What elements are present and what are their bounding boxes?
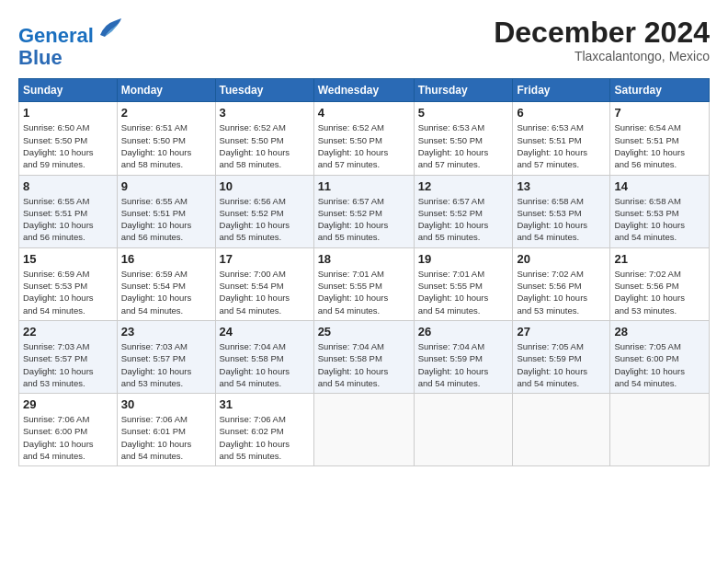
table-row: 22Sunrise: 7:03 AM Sunset: 5:57 PM Dayli… bbox=[19, 320, 118, 393]
main-title: December 2024 bbox=[494, 17, 710, 49]
day-info: Sunrise: 6:50 AM Sunset: 5:50 PM Dayligh… bbox=[23, 121, 113, 170]
day-info: Sunrise: 7:04 AM Sunset: 5:59 PM Dayligh… bbox=[418, 340, 509, 389]
day-number: 12 bbox=[418, 179, 509, 193]
day-info: Sunrise: 6:59 AM Sunset: 5:54 PM Dayligh… bbox=[121, 268, 211, 316]
table-row bbox=[414, 394, 513, 466]
day-info: Sunrise: 6:58 AM Sunset: 5:53 PM Dayligh… bbox=[614, 195, 705, 244]
day-info: Sunrise: 6:52 AM Sunset: 5:50 PM Dayligh… bbox=[318, 121, 410, 170]
header-sunday: Sunday bbox=[19, 79, 118, 102]
table-row: 14Sunrise: 6:58 AM Sunset: 5:53 PM Dayli… bbox=[610, 175, 710, 247]
table-row: 19Sunrise: 7:01 AM Sunset: 5:55 PM Dayli… bbox=[414, 247, 513, 320]
page: General Blue December 2024 Tlaxcalantong… bbox=[0, 0, 728, 476]
day-number: 21 bbox=[614, 252, 705, 266]
day-info: Sunrise: 6:52 AM Sunset: 5:50 PM Dayligh… bbox=[220, 121, 310, 170]
table-row: 16Sunrise: 6:59 AM Sunset: 5:54 PM Dayli… bbox=[117, 247, 215, 320]
day-number: 25 bbox=[318, 325, 410, 339]
day-number: 26 bbox=[418, 325, 509, 339]
table-row: 20Sunrise: 7:02 AM Sunset: 5:56 PM Dayli… bbox=[513, 247, 610, 320]
table-row: 24Sunrise: 7:04 AM Sunset: 5:58 PM Dayli… bbox=[215, 320, 313, 393]
day-info: Sunrise: 7:02 AM Sunset: 5:56 PM Dayligh… bbox=[614, 268, 705, 316]
day-info: Sunrise: 7:00 AM Sunset: 5:54 PM Dayligh… bbox=[220, 268, 310, 316]
table-row: 13Sunrise: 6:58 AM Sunset: 5:53 PM Dayli… bbox=[513, 175, 610, 247]
table-row: 30Sunrise: 7:06 AM Sunset: 6:01 PM Dayli… bbox=[117, 394, 215, 466]
day-number: 3 bbox=[220, 106, 310, 120]
day-number: 11 bbox=[318, 179, 410, 193]
header: General Blue December 2024 Tlaxcalantong… bbox=[18, 17, 710, 69]
table-row: 11Sunrise: 6:57 AM Sunset: 5:52 PM Dayli… bbox=[313, 175, 414, 247]
day-number: 23 bbox=[121, 325, 211, 339]
day-info: Sunrise: 6:53 AM Sunset: 5:51 PM Dayligh… bbox=[517, 121, 606, 170]
title-area: December 2024 Tlaxcalantongo, Mexico bbox=[494, 17, 710, 63]
day-number: 24 bbox=[220, 325, 310, 339]
day-info: Sunrise: 6:54 AM Sunset: 5:51 PM Dayligh… bbox=[614, 121, 705, 170]
day-number: 6 bbox=[517, 106, 606, 120]
day-info: Sunrise: 7:04 AM Sunset: 5:58 PM Dayligh… bbox=[220, 340, 310, 389]
header-wednesday: Wednesday bbox=[313, 79, 414, 102]
table-row: 21Sunrise: 7:02 AM Sunset: 5:56 PM Dayli… bbox=[610, 247, 710, 320]
day-number: 20 bbox=[517, 252, 606, 266]
table-row bbox=[513, 394, 610, 466]
calendar-header-row: Sunday Monday Tuesday Wednesday Thursday… bbox=[19, 79, 710, 102]
table-row: 10Sunrise: 6:56 AM Sunset: 5:52 PM Dayli… bbox=[215, 175, 313, 247]
table-row: 7Sunrise: 6:54 AM Sunset: 5:51 PM Daylig… bbox=[610, 102, 710, 175]
table-row: 8Sunrise: 6:55 AM Sunset: 5:51 PM Daylig… bbox=[19, 175, 118, 247]
day-number: 7 bbox=[614, 106, 705, 120]
header-monday: Monday bbox=[117, 79, 215, 102]
day-number: 13 bbox=[517, 179, 606, 193]
table-row: 23Sunrise: 7:03 AM Sunset: 5:57 PM Dayli… bbox=[117, 320, 215, 393]
table-row: 12Sunrise: 6:57 AM Sunset: 5:52 PM Dayli… bbox=[414, 175, 513, 247]
table-row: 9Sunrise: 6:55 AM Sunset: 5:51 PM Daylig… bbox=[117, 175, 215, 247]
calendar-table: Sunday Monday Tuesday Wednesday Thursday… bbox=[18, 78, 710, 466]
day-number: 9 bbox=[121, 179, 211, 193]
table-row: 29Sunrise: 7:06 AM Sunset: 6:00 PM Dayli… bbox=[19, 394, 118, 466]
table-row: 1Sunrise: 6:50 AM Sunset: 5:50 PM Daylig… bbox=[19, 102, 118, 175]
day-number: 8 bbox=[23, 179, 113, 193]
calendar-week-row: 15Sunrise: 6:59 AM Sunset: 5:53 PM Dayli… bbox=[19, 247, 710, 320]
day-info: Sunrise: 7:03 AM Sunset: 5:57 PM Dayligh… bbox=[121, 340, 211, 389]
table-row: 4Sunrise: 6:52 AM Sunset: 5:50 PM Daylig… bbox=[313, 102, 414, 175]
header-friday: Friday bbox=[513, 79, 610, 102]
day-number: 27 bbox=[517, 325, 606, 339]
day-number: 15 bbox=[23, 252, 113, 266]
table-row: 17Sunrise: 7:00 AM Sunset: 5:54 PM Dayli… bbox=[215, 247, 313, 320]
day-number: 29 bbox=[23, 397, 113, 411]
day-number: 22 bbox=[23, 325, 113, 339]
calendar-week-row: 8Sunrise: 6:55 AM Sunset: 5:51 PM Daylig… bbox=[19, 175, 710, 247]
day-info: Sunrise: 7:01 AM Sunset: 5:55 PM Dayligh… bbox=[318, 268, 410, 316]
day-info: Sunrise: 7:06 AM Sunset: 6:02 PM Dayligh… bbox=[220, 413, 310, 462]
day-info: Sunrise: 6:55 AM Sunset: 5:51 PM Dayligh… bbox=[121, 195, 211, 244]
table-row: 28Sunrise: 7:05 AM Sunset: 6:00 PM Dayli… bbox=[610, 320, 710, 393]
day-number: 28 bbox=[614, 325, 705, 339]
day-number: 30 bbox=[121, 397, 211, 411]
day-number: 19 bbox=[418, 252, 509, 266]
calendar-week-row: 29Sunrise: 7:06 AM Sunset: 6:00 PM Dayli… bbox=[19, 394, 710, 466]
day-number: 18 bbox=[318, 252, 410, 266]
table-row: 2Sunrise: 6:51 AM Sunset: 5:50 PM Daylig… bbox=[117, 102, 215, 175]
header-tuesday: Tuesday bbox=[215, 79, 313, 102]
day-info: Sunrise: 6:56 AM Sunset: 5:52 PM Dayligh… bbox=[220, 195, 310, 244]
logo-bird-icon bbox=[96, 17, 123, 42]
day-info: Sunrise: 7:02 AM Sunset: 5:56 PM Dayligh… bbox=[517, 268, 606, 316]
table-row: 3Sunrise: 6:52 AM Sunset: 5:50 PM Daylig… bbox=[215, 102, 313, 175]
table-row: 31Sunrise: 7:06 AM Sunset: 6:02 PM Dayli… bbox=[215, 394, 313, 466]
table-row: 5Sunrise: 6:53 AM Sunset: 5:50 PM Daylig… bbox=[414, 102, 513, 175]
day-info: Sunrise: 6:57 AM Sunset: 5:52 PM Dayligh… bbox=[418, 195, 509, 244]
day-number: 17 bbox=[220, 252, 310, 266]
table-row: 15Sunrise: 6:59 AM Sunset: 5:53 PM Dayli… bbox=[19, 247, 118, 320]
day-number: 5 bbox=[418, 106, 509, 120]
day-number: 31 bbox=[220, 397, 310, 411]
table-row: 25Sunrise: 7:04 AM Sunset: 5:58 PM Dayli… bbox=[313, 320, 414, 393]
day-info: Sunrise: 7:03 AM Sunset: 5:57 PM Dayligh… bbox=[23, 340, 113, 389]
day-info: Sunrise: 6:55 AM Sunset: 5:51 PM Dayligh… bbox=[23, 195, 113, 244]
calendar-week-row: 22Sunrise: 7:03 AM Sunset: 5:57 PM Dayli… bbox=[19, 320, 710, 393]
day-info: Sunrise: 6:53 AM Sunset: 5:50 PM Dayligh… bbox=[418, 121, 509, 170]
logo-text: General Blue bbox=[18, 17, 123, 69]
logo: General Blue bbox=[18, 17, 123, 69]
day-info: Sunrise: 7:01 AM Sunset: 5:55 PM Dayligh… bbox=[418, 268, 509, 316]
header-saturday: Saturday bbox=[610, 79, 710, 102]
table-row: 27Sunrise: 7:05 AM Sunset: 5:59 PM Dayli… bbox=[513, 320, 610, 393]
day-info: Sunrise: 7:06 AM Sunset: 6:00 PM Dayligh… bbox=[23, 413, 113, 462]
table-row: 26Sunrise: 7:04 AM Sunset: 5:59 PM Dayli… bbox=[414, 320, 513, 393]
day-info: Sunrise: 7:04 AM Sunset: 5:58 PM Dayligh… bbox=[318, 340, 410, 389]
subtitle: Tlaxcalantongo, Mexico bbox=[494, 49, 710, 63]
